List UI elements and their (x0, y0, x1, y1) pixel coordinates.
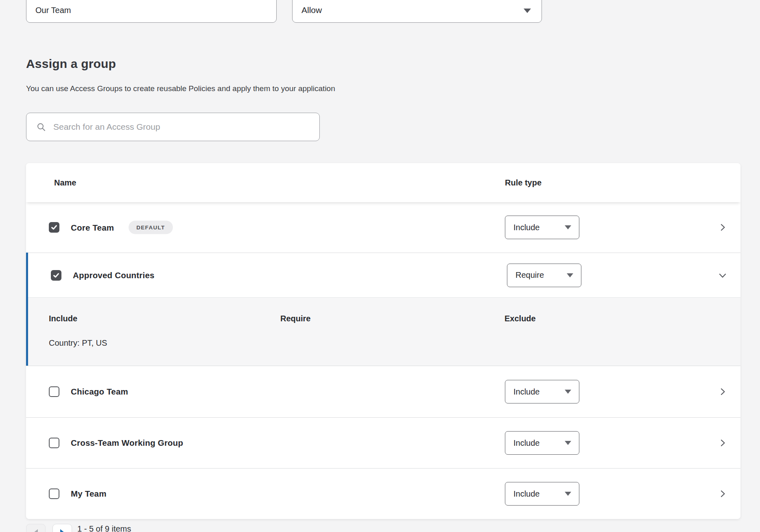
search-icon (36, 122, 46, 132)
row-checkbox[interactable] (49, 488, 59, 499)
rule-type-value: Include (513, 387, 540, 397)
table-row: My Team Include (26, 468, 740, 519)
pagination-range-text: 1 - 5 of 9 items (77, 525, 131, 532)
group-name: Core Team (71, 222, 114, 232)
column-header-rule-type: Rule type (505, 163, 542, 202)
dropdown-caret-icon (567, 273, 573, 277)
policy-name-input[interactable] (26, 0, 277, 23)
next-page-button[interactable] (52, 524, 72, 532)
rule-details-panel: Include Require Exclude Country: PT, US (28, 297, 740, 366)
rule-type-value: Include (513, 223, 540, 232)
checkbox-check-icon (52, 272, 60, 279)
pagination: 1 - 5 of 9 items (26, 524, 131, 532)
dropdown-caret-icon (565, 390, 571, 394)
prev-page-icon (34, 529, 38, 532)
table-row: Core Team DEFAULT Include (26, 202, 740, 253)
table-row: Chicago Team Include (26, 366, 740, 417)
search-box (26, 113, 320, 141)
page-title: Assign a group (26, 57, 116, 71)
row-checkbox[interactable] (49, 386, 59, 397)
policy-action-value: Allow (301, 5, 322, 15)
rule-type-value: Require (515, 270, 544, 280)
include-rule-value: Country: PT, US (49, 338, 107, 348)
next-page-icon (60, 529, 64, 532)
group-name: Approved Countries (73, 270, 155, 280)
table-row: Approved Countries Require (28, 253, 740, 297)
dropdown-caret-icon (524, 9, 531, 13)
dropdown-caret-icon (565, 225, 571, 229)
dropdown-caret-icon (565, 492, 571, 496)
table-header: Name Rule type (26, 163, 740, 202)
search-input[interactable] (26, 113, 320, 141)
chevron-right-icon[interactable] (718, 387, 727, 397)
expanded-row-group: Approved Countries Require Include Requi… (26, 253, 740, 366)
rule-type-select[interactable]: Include (505, 380, 579, 403)
rule-type-value: Include (513, 438, 540, 448)
rule-type-select[interactable]: Require (507, 264, 581, 287)
rule-type-value: Include (513, 489, 540, 499)
table-row: Cross-Team Working Group Include (26, 417, 740, 468)
chevron-right-icon[interactable] (718, 438, 727, 448)
rule-type-select[interactable]: Include (505, 482, 579, 506)
group-name: Cross-Team Working Group (71, 438, 183, 448)
chevron-down-icon[interactable] (718, 270, 727, 280)
access-groups-table: Name Rule type Core Team DEFAULT Include (26, 163, 740, 519)
row-checkbox[interactable] (49, 222, 59, 233)
checkbox-check-icon (50, 224, 58, 231)
chevron-right-icon[interactable] (718, 222, 727, 232)
rule-type-select[interactable]: Include (505, 216, 579, 239)
dropdown-caret-icon (565, 441, 571, 445)
detail-column-exclude: Exclude (504, 314, 536, 323)
prev-page-button[interactable] (26, 524, 46, 532)
chevron-right-icon[interactable] (718, 489, 727, 499)
detail-column-require: Require (280, 314, 310, 323)
group-name: Chicago Team (71, 387, 128, 397)
policy-action-select[interactable]: Allow (292, 0, 542, 23)
group-name: My Team (71, 489, 107, 499)
section-description: You can use Access Groups to create reus… (26, 84, 335, 93)
row-checkbox[interactable] (49, 438, 59, 448)
row-checkbox[interactable] (51, 270, 61, 281)
default-badge: DEFAULT (129, 221, 173, 234)
rule-type-select[interactable]: Include (505, 431, 579, 455)
column-header-name: Name (54, 163, 76, 202)
detail-column-include: Include (49, 314, 77, 323)
